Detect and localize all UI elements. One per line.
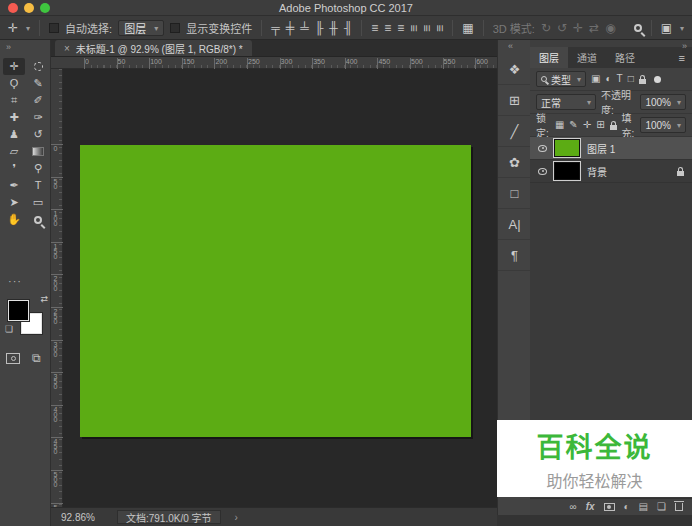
workspace-chevron-icon[interactable]: ▾ bbox=[680, 24, 684, 33]
hand-tool[interactable]: ✋ bbox=[3, 211, 25, 228]
auto-select-checkbox[interactable] bbox=[49, 23, 59, 33]
fill-field[interactable]: 100% ▾ bbox=[640, 117, 686, 133]
new-layer-icon[interactable]: ❏ bbox=[657, 502, 666, 512]
type-tool[interactable]: T bbox=[27, 177, 49, 194]
visibility-eye-icon[interactable] bbox=[538, 145, 547, 152]
auto-select-dropdown[interactable]: 图层 ▾ bbox=[118, 20, 164, 36]
workspace-switcher-icon[interactable]: ▣ bbox=[661, 22, 672, 34]
dodge-tool[interactable]: ⚲ bbox=[27, 160, 49, 177]
opacity-field[interactable]: 100% ▾ bbox=[640, 94, 686, 110]
tab-channels[interactable]: 通道 bbox=[568, 47, 606, 68]
align-top-edges-icon[interactable]: ╤ bbox=[271, 22, 280, 34]
filter-smart-objects-icon[interactable] bbox=[639, 79, 646, 84]
clone-stamp-tool[interactable]: ♟ bbox=[3, 126, 25, 143]
distribute-left-edges-icon[interactable]: ≡ bbox=[408, 24, 420, 31]
blend-mode-dropdown[interactable]: 正常 ▾ bbox=[536, 94, 596, 110]
delete-layer-icon[interactable] bbox=[675, 503, 683, 511]
document-tab[interactable]: × 未标题-1 @ 92.9% (图层 1, RGB/8*) * bbox=[55, 40, 252, 56]
path-selection-tool[interactable]: ➤ bbox=[3, 194, 25, 211]
gradient-tool[interactable] bbox=[27, 143, 49, 160]
adjustments-panel-icon[interactable]: ╱ bbox=[498, 116, 531, 147]
pen-tool[interactable]: ✒ bbox=[3, 177, 25, 194]
filter-toggle-icon[interactable] bbox=[654, 76, 661, 83]
distribute-horizontal-centers-icon[interactable]: ≡ bbox=[421, 24, 433, 31]
filter-type-dropdown[interactable]: 类型 ▾ bbox=[536, 71, 586, 87]
3d-drag-icon[interactable]: ✛ bbox=[573, 22, 583, 34]
layer-row-layer1[interactable]: 图层 1 bbox=[530, 137, 692, 160]
layer-name[interactable]: 背景 bbox=[587, 164, 607, 179]
swap-colors-icon[interactable]: ⇄ bbox=[40, 294, 48, 304]
quick-mask-button[interactable] bbox=[6, 353, 20, 364]
horizontal-ruler[interactable]: 050100150200250300350400450500550600 bbox=[51, 57, 497, 69]
blur-tool[interactable]: ❜ bbox=[3, 160, 25, 177]
screen-mode-button[interactable]: ⧉ bbox=[32, 352, 41, 364]
link-layers-icon[interactable]: ∞ bbox=[569, 502, 576, 512]
3d-slide-icon[interactable]: ⇄ bbox=[589, 22, 599, 34]
search-icon[interactable] bbox=[634, 24, 642, 32]
layer-name[interactable]: 图层 1 bbox=[587, 141, 615, 156]
distribute-right-edges-icon[interactable]: ≡ bbox=[434, 24, 446, 31]
layer-row-background[interactable]: 背景 bbox=[530, 160, 692, 183]
align-left-edges-icon[interactable]: ╟ bbox=[315, 22, 324, 34]
properties-panel-icon[interactable]: □ bbox=[498, 178, 531, 209]
align-bottom-edges-icon[interactable]: ╧ bbox=[300, 22, 309, 34]
filter-pixel-layers-icon[interactable]: ▣ bbox=[591, 74, 600, 84]
move-tool[interactable]: ✛ bbox=[3, 58, 25, 75]
crop-tool[interactable]: ⌗ bbox=[3, 92, 25, 109]
filter-adjustment-layers-icon[interactable]: ◐ bbox=[605, 74, 611, 84]
lock-artboard-icon[interactable]: ⊞ bbox=[596, 120, 604, 130]
distribute-top-edges-icon[interactable]: ≡ bbox=[371, 22, 378, 34]
paragraph-panel-icon[interactable]: ¶ bbox=[498, 240, 531, 271]
close-tab-icon[interactable]: × bbox=[64, 43, 70, 54]
marquee-tool[interactable] bbox=[27, 58, 49, 75]
vertical-ruler[interactable]: 050100150200250300350400450500550 bbox=[51, 69, 63, 507]
eraser-tool[interactable]: ▱ bbox=[3, 143, 25, 160]
lock-image-pixels-icon[interactable]: ✎ bbox=[569, 120, 577, 130]
add-layer-mask-icon[interactable] bbox=[604, 503, 615, 511]
zoom-level-field[interactable]: 92.86% bbox=[61, 512, 95, 523]
lock-transparent-pixels-icon[interactable]: ▦ bbox=[555, 120, 564, 130]
lock-position-icon[interactable]: ✛ bbox=[583, 120, 591, 130]
layer-style-icon[interactable]: fx bbox=[586, 502, 595, 512]
brush-tool[interactable]: ✑ bbox=[27, 109, 49, 126]
eyedropper-tool[interactable]: ✐ bbox=[27, 92, 49, 109]
3d-rotate-icon[interactable]: ↻ bbox=[541, 22, 551, 34]
3d-roll-icon[interactable]: ↺ bbox=[557, 22, 567, 34]
tab-layers[interactable]: 图层 bbox=[530, 47, 568, 68]
auto-align-layers-icon[interactable]: ▦ bbox=[462, 22, 473, 34]
foreground-color-swatch[interactable] bbox=[8, 300, 29, 321]
styles-panel-icon[interactable]: ✿ bbox=[498, 147, 531, 178]
tool-preset-chevron-icon[interactable]: ▾ bbox=[26, 24, 30, 33]
adjustment-layer-icon[interactable]: ◐ bbox=[624, 502, 630, 512]
healing-brush-tool[interactable]: ✚ bbox=[3, 109, 25, 126]
collapse-panels-chevron-icon[interactable]: » bbox=[682, 41, 686, 51]
filter-type-layers-icon[interactable]: T bbox=[617, 74, 623, 84]
collapse-tools-chevron-icon[interactable]: » bbox=[6, 42, 10, 52]
history-brush-tool[interactable]: ↺ bbox=[27, 126, 49, 143]
default-colors-icon[interactable]: ❏ bbox=[5, 324, 13, 334]
libraries-panel-icon[interactable]: ⊞ bbox=[498, 85, 531, 116]
lock-all-icon[interactable] bbox=[610, 125, 617, 130]
distribute-vertical-centers-icon[interactable]: ≡ bbox=[384, 22, 391, 34]
3d-scale-icon[interactable]: ◉ bbox=[605, 22, 615, 34]
canvas-area[interactable] bbox=[63, 69, 497, 507]
lasso-tool[interactable]: Ϙ bbox=[3, 75, 25, 92]
status-chevron-icon[interactable]: › bbox=[235, 512, 238, 523]
document-canvas[interactable] bbox=[80, 145, 471, 437]
shape-tool[interactable]: ▭ bbox=[27, 194, 49, 211]
move-tool-icon[interactable]: ✛ bbox=[8, 22, 18, 34]
show-transform-controls-checkbox[interactable] bbox=[170, 23, 180, 33]
edit-toolbar-button[interactable]: ··· bbox=[8, 275, 22, 287]
expand-panels-chevron-icon[interactable]: « bbox=[508, 41, 512, 51]
layer-thumbnail[interactable] bbox=[554, 162, 580, 180]
tab-paths[interactable]: 路径 bbox=[606, 47, 644, 68]
layer-thumbnail[interactable] bbox=[554, 139, 580, 157]
character-panel-icon[interactable]: A| bbox=[498, 209, 531, 240]
quick-selection-tool[interactable]: ✎ bbox=[27, 75, 49, 92]
visibility-eye-icon[interactable] bbox=[538, 168, 547, 175]
filter-shape-layers-icon[interactable]: □ bbox=[628, 74, 634, 84]
new-group-icon[interactable]: ▤ bbox=[639, 502, 648, 512]
zoom-tool[interactable] bbox=[27, 211, 49, 228]
align-horizontal-centers-icon[interactable]: ╫ bbox=[329, 22, 338, 34]
panel-menu-icon[interactable]: ≡ bbox=[679, 52, 685, 64]
